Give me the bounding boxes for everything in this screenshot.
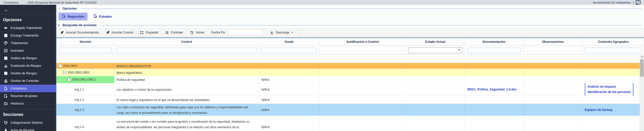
sidebar-item-compliance[interactable]: Compliance [0, 85, 56, 92]
expandir-button[interactable]: Expandir [140, 31, 158, 35]
doc-pencil-icon [3, 86, 8, 90]
sidebar-section-title: Opciones [0, 15, 56, 24]
separator: | [633, 1, 634, 4]
table-row-org-1-2[interactable]: org.1.2El marco legal y regulatorio en e… [56, 96, 644, 104]
grouped-controls-box: Análisis de ImpactoIdentificación de las… [585, 83, 633, 95]
sidebar-item-evaluacion-de-riesgos[interactable]: Evaluación de Riesgos [0, 62, 56, 70]
busqueda-legend-label: Búsqueda de acciones [63, 23, 97, 27]
form-icon [3, 71, 8, 75]
cell-control: El marco legal y regulatorio en el que s… [114, 96, 259, 104]
toolbar-button-label: Volver [196, 31, 204, 34]
filter-input-controles-agrupados[interactable] [585, 48, 641, 53]
cell-justificacion [319, 83, 406, 95]
cell-estado-actual [406, 76, 465, 83]
sidebar-item-label: Tratamientos [11, 41, 28, 45]
grouped-control-link[interactable]: Equipos de backup [585, 107, 612, 113]
doc-pencil-icon [62, 14, 66, 19]
table-row-org-1-3[interactable]: org.1.3Los roles o funciones de segurida… [56, 104, 644, 116]
table-row-ens-org[interactable]: ENS.ORGMARCO ORGANIZATIVO [56, 63, 644, 69]
control-text: La estructura del comité o los comités p… [116, 116, 257, 131]
tab-requisitos[interactable]: Requisitos [58, 13, 87, 20]
cell-grado [259, 69, 319, 76]
cell-justificacion [319, 69, 406, 76]
cell-observaciones [523, 116, 583, 131]
table-filter-row: ▼ [56, 46, 644, 55]
toolbar-button-label: Contraer [171, 31, 183, 34]
cell-documentacion [465, 104, 523, 116]
contraer-button[interactable]: Contraer [165, 31, 183, 35]
sidebar-item-gestion-de-riesgos[interactable]: Gestión de Riesgos [0, 70, 56, 77]
table-row-ens-org-org[interactable]: ENS.ORG.ORGMarco organizativo [56, 69, 644, 76]
section-code: org.1.4 [75, 124, 84, 130]
volver-button[interactable]: Volver [190, 31, 204, 35]
sidebar-item-encargo-tratamiento[interactable]: Encargo Tratamiento [0, 32, 56, 39]
tab-estados[interactable]: Estados [90, 13, 115, 20]
sidebar-item-actas-de-reunion[interactable]: Actas de Reunión [0, 126, 56, 131]
filter-input-documentacion[interactable] [468, 48, 520, 53]
vertical-scrollbar[interactable] [640, 54, 644, 131]
sidebar-item-label: Encargado Tratamiento [11, 26, 42, 30]
busqueda-legend[interactable]: ▶ Búsqueda de acciones [58, 23, 642, 27]
toolbar-button-label: Asociar Documentación [66, 31, 99, 34]
table-row-org-1-1[interactable]: org.1.1Los objetivos o misión de la orga… [56, 83, 644, 96]
filter-input-control[interactable] [117, 48, 256, 53]
column-header-documentacion: Documentación [465, 38, 523, 45]
sidebar-item-analisis-de-riesgos[interactable]: Análisis de Riesgos [0, 54, 56, 62]
back-arrow-icon: ← [4, 7, 9, 13]
sidebar-item-label: Resumen de planes [11, 94, 38, 98]
grouped-control-link[interactable]: Identificación de las personas [588, 89, 631, 95]
sidebar-item-encargado-tratamiento[interactable]: Encargado Tratamiento [0, 24, 56, 32]
document-link[interactable]: ORG1_Política_Seguridad_1.0.doc [467, 87, 517, 92]
collapse-minus-icon[interactable] [63, 71, 66, 74]
grouped-control-link[interactable]: Análisis de Impacto [588, 84, 631, 89]
column-header-observaciones: Observaciones [523, 38, 583, 45]
help-icon[interactable]: ? [636, 0, 640, 5]
cell-grado [259, 63, 319, 69]
sidebar-section-title: Secciones [0, 109, 56, 119]
cell-estado-actual [406, 96, 465, 104]
scrollbar-thumb[interactable] [640, 59, 644, 77]
collapse-minus-icon[interactable] [58, 64, 62, 68]
descarga-button[interactable]: Descarga▾ [270, 31, 293, 35]
sidebar-item-historicos[interactable]: Históricos [0, 100, 56, 107]
table-row-org-1-4[interactable]: org.1.4La estructura del comité o los co… [56, 116, 644, 131]
filter-cell-control [114, 46, 259, 55]
collapse-triangle-icon: ▼ [58, 7, 61, 10]
filter-input-grado[interactable] [262, 48, 317, 53]
filter-input-seccion[interactable] [59, 48, 112, 53]
filter-cell-observaciones [523, 46, 583, 55]
cell-observaciones [523, 96, 583, 104]
scrollbar-up-icon[interactable] [640, 54, 644, 58]
sidebar-item-inventario[interactable]: Inventario [0, 47, 56, 54]
sidebar-item-tratamientos[interactable]: Tratamientos [0, 39, 56, 47]
cell-grado: Aplica [259, 83, 319, 95]
context-title: - ENS (Esquema Nacional de Seguridad) RD… [26, 1, 97, 4]
filter-cell-estado-actual: ▼ [406, 46, 465, 55]
cell-grado: Aplica [259, 96, 319, 104]
asociar-documentacion-button[interactable]: Asociar Documentación [60, 31, 99, 35]
cell-documentacion [465, 69, 523, 76]
control-text: MARCO ORGANIZATIVO [116, 63, 257, 69]
sidebar-item-gestion-de-controles[interactable]: Gestión de Controles [0, 77, 56, 85]
control-text: Política de seguridad [116, 77, 257, 83]
collapse-minus-icon[interactable] [68, 78, 71, 81]
filter-cell-seccion [56, 46, 114, 55]
cell-estado-actual [406, 83, 465, 95]
section-code: ENS.ORG [63, 63, 77, 69]
cell-justificacion [319, 76, 406, 83]
asociar-control-button[interactable]: Asociar Control [106, 31, 133, 35]
sidebar-item-resumen-de-planes[interactable]: Resumen de planes [0, 92, 56, 100]
opciones-legend[interactable]: ▼ Opciones [58, 7, 642, 10]
actions-toolbar: Asociar DocumentaciónAsociar ControlExpa… [56, 28, 644, 37]
tab-label: Requisitos [68, 15, 84, 18]
sidebar-item-categorizacion-sistema[interactable]: Categorización Sistema [0, 119, 56, 126]
paperclip-icon [60, 31, 64, 35]
topbar: Compliance - ENS (Esquema Nacional de Se… [0, 0, 644, 5]
sidebar-section: OpcionesEncargado TratamientoEncargo Tra… [0, 15, 56, 107]
fecha-fin-input[interactable] [228, 29, 263, 36]
table-row-ens-org-org-1[interactable]: ENS.ORG.ORG.1Política de seguridadAplica [56, 76, 644, 83]
filter-select-estado-actual[interactable] [408, 47, 462, 53]
expand-triangle-icon: ▶ [58, 24, 61, 26]
table-header-row: SecciónControlGradoJustificación o Contr… [56, 38, 644, 46]
back-button[interactable]: ← [0, 5, 56, 15]
